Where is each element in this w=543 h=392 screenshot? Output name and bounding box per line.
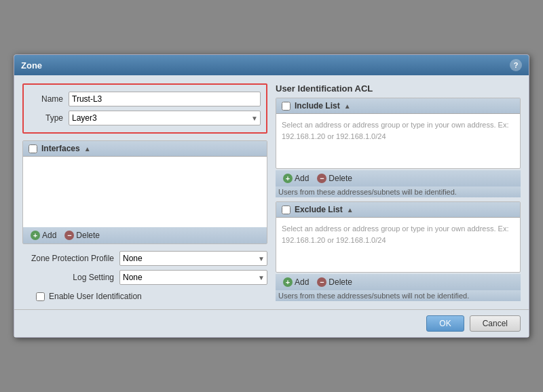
include-delete-button[interactable]: − Delete [315, 173, 354, 184]
exclude-delete-button[interactable]: − Delete [315, 277, 354, 288]
log-setting-label: Log Setting [22, 273, 114, 282]
include-note: Users from these addresses/subnets will … [276, 187, 521, 197]
dialog-body: Name Type Layer3 Layer2 Virtual Wire Tap… [14, 75, 529, 309]
interfaces-delete-icon: − [64, 231, 74, 240]
interfaces-section: Interfaces ▲ + Add − Delete [22, 140, 267, 244]
type-select-wrapper: Layer3 Layer2 Virtual Wire Tap Loopback … [69, 111, 261, 125]
include-add-delete-bar: + Add − Delete [276, 170, 521, 187]
dialog-title: Zone [21, 60, 42, 71]
exclude-add-button[interactable]: + Add [281, 277, 311, 288]
enable-user-id-checkbox[interactable] [36, 292, 45, 301]
dialog-footer: OK Cancel [14, 309, 529, 337]
zone-protection-select-wrapper: None ▼ [119, 251, 267, 266]
type-label: Type [29, 113, 63, 123]
name-type-section: Name Type Layer3 Layer2 Virtual Wire Tap… [22, 83, 267, 134]
exclude-note: Users from these addresses/subnets will … [276, 290, 521, 301]
include-add-icon: + [283, 174, 293, 183]
interfaces-header: Interfaces ▲ [23, 141, 267, 157]
include-list-checkbox[interactable] [282, 102, 291, 111]
log-setting-row: Log Setting None ▼ [22, 270, 267, 285]
interfaces-add-icon: + [31, 231, 40, 240]
ok-button[interactable]: OK [426, 315, 464, 332]
interfaces-delete-button[interactable]: − Delete [62, 230, 102, 241]
enable-user-id-label: Enable User Identification [49, 292, 142, 301]
include-delete-icon: − [317, 174, 326, 183]
type-select[interactable]: Layer3 Layer2 Virtual Wire Tap Loopback … [69, 111, 261, 125]
interfaces-label: Interfaces [41, 144, 80, 153]
exclude-add-icon: + [283, 277, 293, 287]
log-setting-select-wrapper: None ▼ [119, 270, 267, 285]
name-label: Name [29, 94, 63, 104]
include-add-button[interactable]: + Add [281, 173, 311, 184]
zone-protection-select[interactable]: None [119, 251, 267, 266]
zone-dialog: Zone ? Name Type Layer3 Layer2 [14, 54, 529, 338]
include-list-section: Include List ▲ Select an address or addr… [276, 98, 521, 169]
exclude-list-header: Exclude List ▲ [276, 202, 520, 218]
exclude-sort-icon[interactable]: ▲ [347, 206, 354, 214]
exclude-add-delete-bar: + Add − Delete [276, 274, 521, 290]
interfaces-content [23, 157, 267, 227]
left-panel: Name Type Layer3 Layer2 Virtual Wire Tap… [22, 83, 267, 301]
name-input[interactable] [69, 92, 261, 106]
exclude-list-section: Exclude List ▲ Select an address or addr… [276, 201, 521, 273]
title-bar: Zone ? [14, 55, 529, 75]
name-row: Name [29, 92, 261, 106]
exclude-list-checkbox[interactable] [282, 205, 291, 214]
include-list-header: Include List ▲ [276, 98, 520, 114]
exclude-list-content: Select an address or address group or ty… [276, 218, 520, 272]
acl-title: User Identification ACL [276, 83, 521, 94]
interfaces-checkbox[interactable] [29, 144, 37, 153]
cancel-button[interactable]: Cancel [470, 315, 521, 332]
exclude-delete-icon: − [317, 277, 326, 287]
log-setting-select[interactable]: None [119, 270, 267, 285]
help-icon[interactable]: ? [510, 59, 522, 71]
interfaces-add-delete-bar: + Add − Delete [23, 227, 267, 243]
include-list-label: Include List [295, 101, 340, 111]
zone-protection-label: Zone Protection Profile [22, 254, 114, 263]
bottom-fields: Zone Protection Profile None ▼ Log Setti… [22, 251, 267, 301]
enable-user-row: Enable User Identification [22, 292, 267, 301]
include-list-content: Select an address or address group or ty… [276, 114, 520, 168]
interfaces-add-button[interactable]: + Add [29, 230, 58, 241]
interfaces-sort-icon[interactable]: ▲ [84, 145, 91, 153]
right-panel: User Identification ACL Include List ▲ S… [276, 83, 521, 301]
exclude-list-label: Exclude List [295, 205, 343, 214]
zone-protection-row: Zone Protection Profile None ▼ [22, 251, 267, 266]
type-row: Type Layer3 Layer2 Virtual Wire Tap Loop… [29, 111, 261, 125]
include-sort-icon[interactable]: ▲ [344, 102, 351, 110]
